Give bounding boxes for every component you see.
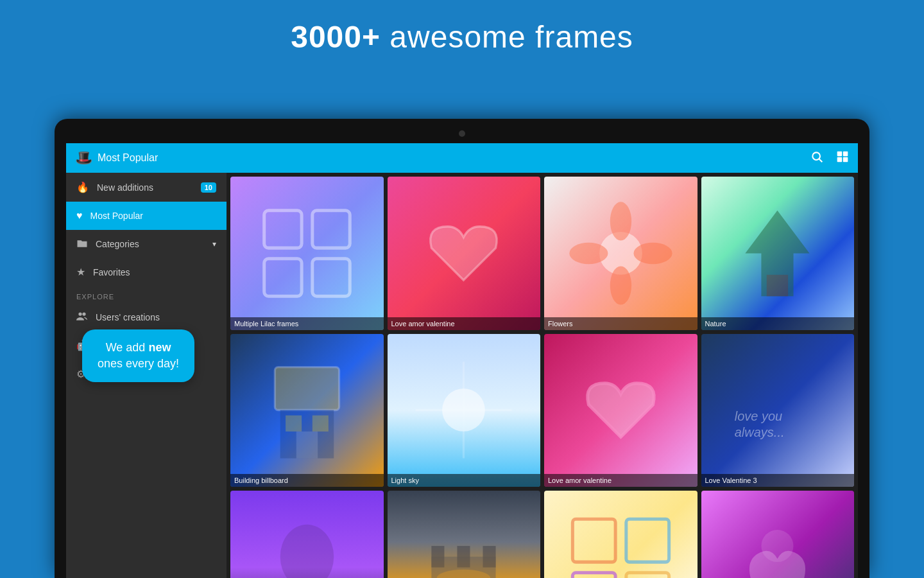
grid-item-flowers[interactable]: Flowers bbox=[544, 177, 697, 330]
svg-rect-21 bbox=[286, 416, 302, 432]
svg-rect-19 bbox=[275, 367, 339, 410]
grid-item-love-valentine-3[interactable]: love you always... Love Valentine 3 bbox=[701, 334, 855, 487]
svg-rect-18 bbox=[767, 275, 788, 296]
most-popular-label: Most Popular bbox=[90, 211, 143, 221]
svg-rect-4 bbox=[837, 157, 843, 162]
grid-label-multiple-lilac: Multiple Lilac frames bbox=[230, 317, 384, 330]
sidebar-item-new-additions[interactable]: 🔥 New additions 10 bbox=[66, 173, 227, 202]
promo-bold: new bbox=[148, 341, 171, 354]
app-logo: 🎩 Most Popular bbox=[75, 150, 158, 166]
grid-item-love-valentine-1[interactable]: Love amor valentine bbox=[388, 177, 541, 330]
sidebar: 🔥 New additions 10 ♥ Most Popular bbox=[66, 173, 227, 578]
tablet-device: 🎩 Most Popular bbox=[55, 119, 869, 578]
svg-point-15 bbox=[610, 266, 631, 304]
promo-line1: We add bbox=[106, 341, 149, 354]
sidebar-item-users-creations[interactable]: Users' creations bbox=[66, 303, 227, 331]
svg-rect-23 bbox=[296, 432, 318, 459]
svg-rect-11 bbox=[312, 259, 350, 296]
svg-rect-3 bbox=[843, 151, 848, 156]
sidebar-item-most-popular[interactable]: ♥ Most Popular bbox=[66, 202, 227, 230]
grid-item-light-sky[interactable]: Light sky bbox=[388, 334, 541, 487]
grid-item-castle[interactable]: Castle bbox=[388, 491, 541, 578]
svg-rect-2 bbox=[837, 151, 843, 156]
grid-label-love-valentine-1: Love amor valentine bbox=[388, 317, 541, 330]
folder-icon bbox=[76, 238, 88, 249]
top-bar: 🎩 Most Popular bbox=[66, 143, 858, 173]
svg-text:always...: always... bbox=[735, 425, 785, 439]
svg-rect-10 bbox=[264, 259, 301, 296]
heart-icon: ♥ bbox=[76, 210, 83, 222]
grid-item-love-amor-valentine-2[interactable]: Love amor valentine bbox=[544, 334, 697, 487]
frames-grid: Multiple Lilac frames Love amor valentin… bbox=[230, 177, 854, 578]
svg-rect-34 bbox=[432, 546, 445, 567]
svg-rect-41 bbox=[572, 573, 615, 578]
sidebar-item-categories[interactable]: Categories ▾ bbox=[66, 230, 227, 258]
grid-view-icon[interactable] bbox=[836, 150, 849, 166]
svg-point-6 bbox=[78, 312, 81, 315]
categories-label: Categories bbox=[96, 239, 139, 249]
grid-label-love-amor-valentine-2: Love amor valentine bbox=[544, 474, 697, 487]
svg-point-13 bbox=[610, 202, 631, 240]
sidebar-item-favorites[interactable]: ★ Favorites bbox=[66, 258, 227, 286]
flame-icon: 🔥 bbox=[76, 181, 89, 193]
hero-count: 3000+ bbox=[291, 20, 381, 54]
promo-bubble: We add new ones every day! bbox=[82, 329, 194, 382]
svg-line-1 bbox=[819, 159, 823, 162]
svg-rect-5 bbox=[843, 157, 848, 162]
grid-item-multiple-lilac[interactable]: Multiple Lilac frames bbox=[230, 177, 384, 330]
svg-rect-8 bbox=[264, 210, 301, 247]
content-area: Multiple Lilac frames Love amor valentin… bbox=[227, 173, 858, 578]
svg-rect-42 bbox=[626, 573, 669, 578]
hero-subtitle: awesome frames bbox=[389, 20, 633, 54]
grid-label-light-sky: Light sky bbox=[388, 474, 541, 487]
camera-dot bbox=[459, 130, 465, 137]
svg-point-16 bbox=[569, 243, 608, 264]
explore-section-label: EXPLORE bbox=[66, 286, 227, 303]
search-icon[interactable] bbox=[810, 150, 823, 166]
svg-point-7 bbox=[82, 312, 85, 315]
star-icon: ★ bbox=[76, 266, 85, 278]
favorites-label: Favorites bbox=[93, 267, 130, 277]
chevron-down-icon: ▾ bbox=[212, 240, 216, 249]
grid-label-love-valentine-3: Love Valentine 3 bbox=[701, 474, 855, 487]
grid-item-building-billboard[interactable]: Building billboard bbox=[230, 334, 384, 487]
top-bar-actions bbox=[810, 150, 849, 166]
users-icon bbox=[76, 311, 88, 322]
grid-label-nature: Nature bbox=[701, 317, 855, 330]
app-screen: 🎩 Most Popular bbox=[66, 143, 858, 578]
svg-rect-9 bbox=[312, 210, 350, 247]
grid-item-nature[interactable]: Nature bbox=[701, 177, 855, 330]
grid-label-flowers: Flowers bbox=[544, 317, 697, 330]
hero-title: 3000+ awesome frames bbox=[0, 0, 924, 55]
svg-rect-35 bbox=[458, 546, 470, 567]
grid-item-six-colorful[interactable]: Six colorful frames bbox=[544, 491, 697, 578]
svg-rect-36 bbox=[483, 546, 496, 567]
svg-point-14 bbox=[633, 243, 672, 264]
new-additions-label: New additions bbox=[97, 182, 153, 193]
users-creations-label: Users' creations bbox=[96, 312, 160, 322]
app-name: Most Popular bbox=[98, 152, 158, 164]
grid-item-love-tree[interactable]: Love amor valentine bbox=[230, 491, 384, 578]
main-content: 🔥 New additions 10 ♥ Most Popular bbox=[66, 173, 858, 578]
hat-icon: 🎩 bbox=[75, 150, 92, 166]
svg-text:love you: love you bbox=[735, 409, 783, 423]
svg-rect-39 bbox=[572, 519, 615, 562]
svg-point-0 bbox=[812, 152, 820, 160]
svg-rect-22 bbox=[312, 416, 329, 432]
promo-line2: ones every day! bbox=[98, 357, 179, 370]
svg-point-29 bbox=[280, 524, 334, 578]
grid-item-love-amor[interactable]: Love amor bbox=[701, 491, 855, 578]
svg-rect-40 bbox=[626, 519, 669, 562]
new-additions-badge: 10 bbox=[201, 182, 216, 193]
grid-label-building-billboard: Building billboard bbox=[230, 474, 384, 487]
